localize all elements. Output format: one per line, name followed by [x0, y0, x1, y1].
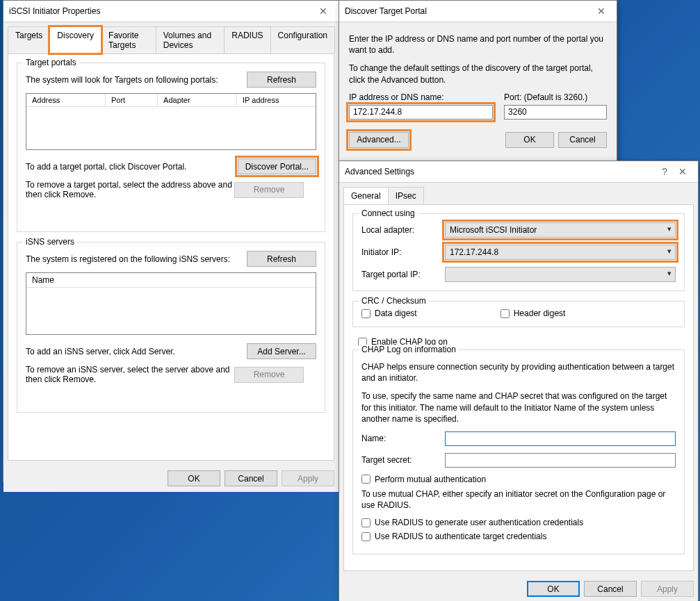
data-digest-checkbox[interactable]: Data digest [361, 308, 417, 318]
window-title: Discover Target Portal [345, 6, 592, 16]
cancel-button[interactable]: Cancel [225, 470, 277, 486]
intro-text-2: To change the default settings of the di… [349, 63, 607, 85]
remove-isns-text: To remove an iSNS server, select the ser… [26, 365, 234, 384]
intro-text-1: Enter the IP address or DNS name and por… [349, 33, 607, 56]
initiator-ip-select[interactable]: 172.17.244.8 [445, 245, 676, 260]
isns-servers-group: iSNS servers The system is registered on… [17, 242, 325, 413]
ok-button[interactable]: OK [505, 132, 554, 148]
remove-portal-text: To remove a target portal, select the ad… [26, 180, 234, 199]
add-server-button[interactable]: Add Server... [247, 343, 316, 359]
list-header: Address Port Adapter IP address [26, 94, 316, 107]
iscsi-properties-window: iSCSI Initiator Properties ✕ Targets Dis… [3, 0, 339, 482]
mutual-auth-checkbox[interactable]: Perform mutual authentication [361, 475, 676, 484]
crc-group: CRC / Checksum Data digest Header digest [352, 301, 685, 327]
port-input[interactable] [504, 105, 607, 120]
tab-radius[interactable]: RADIUS [224, 26, 270, 53]
connect-using-group: Connect using Local adapter: Microsoft i… [352, 213, 685, 291]
isns-list[interactable]: Name [26, 272, 316, 335]
initiator-ip-label: Initiator IP: [361, 247, 445, 257]
close-icon[interactable]: ✕ [592, 6, 611, 17]
advanced-settings-window: Advanced Settings ? ✕ General IPsec Conn… [339, 160, 699, 600]
target-portal-ip-select [445, 267, 676, 282]
target-secret-label: Target secret: [361, 455, 445, 465]
titlebar: iSCSI Initiator Properties ✕ [3, 1, 339, 22]
add-portal-text: To add a target portal, click Discover P… [26, 162, 238, 172]
header-digest-checkbox[interactable]: Header digest [500, 308, 566, 318]
cancel-button[interactable]: Cancel [584, 581, 637, 597]
dialog-buttons: OK Cancel Apply [3, 465, 339, 492]
ok-button[interactable]: OK [168, 470, 220, 486]
target-secret-input[interactable] [445, 453, 676, 468]
apply-button: Apply [282, 470, 334, 486]
advanced-button[interactable]: Advanced... [349, 132, 409, 148]
window-title: Advanced Settings [345, 167, 656, 176]
local-adapter-label: Local adapter: [361, 225, 445, 235]
window-title: iSCSI Initiator Properties [9, 6, 314, 16]
target-portals-group: Target portals The system will look for … [17, 63, 325, 232]
remove-isns-button: Remove [234, 367, 304, 383]
cancel-button[interactable]: Cancel [558, 132, 607, 148]
add-isns-text: To add an iSNS server, click Add Server. [26, 347, 247, 356]
tab-discovery[interactable]: Discovery [49, 26, 101, 53]
col-address: Address [26, 94, 106, 106]
ip-label: IP address or DNS name: [349, 92, 493, 102]
radius-auth-checkbox[interactable]: Use RADIUS to authenticate target creden… [361, 532, 676, 541]
isns-refresh-button[interactable]: Refresh [247, 251, 316, 267]
tab-configuration[interactable]: Configuration [270, 26, 335, 53]
lookfor-text: The system will look for Targets on foll… [26, 75, 247, 85]
local-adapter-select[interactable]: Microsoft iSCSI Initiator [445, 222, 676, 238]
chap-group: CHAP Log on information CHAP helps ensur… [352, 349, 685, 554]
discover-portal-window: Discover Target Portal ✕ Enter the IP ad… [339, 0, 617, 161]
col-adapter: Adapter [158, 94, 237, 106]
tab-targets[interactable]: Targets [8, 26, 50, 53]
port-label: Port: (Default is 3260.) [504, 92, 607, 102]
group-legend: Connect using [359, 208, 418, 218]
col-port: Port [106, 94, 158, 106]
apply-button: Apply [641, 581, 694, 597]
tab-ipsec[interactable]: IPsec [388, 187, 424, 204]
group-legend: CRC / Checksum [359, 296, 429, 306]
tab-favorite-targets[interactable]: Favorite Targets [101, 26, 156, 53]
refresh-button[interactable]: Refresh [247, 72, 316, 88]
col-name: Name [26, 273, 316, 287]
tab-bar: Targets Discovery Favorite Targets Volum… [3, 22, 339, 53]
discover-portal-button[interactable]: Discover Portal... [238, 158, 316, 174]
tab-general[interactable]: General [343, 187, 389, 204]
tab-bar: General IPsec [339, 183, 698, 204]
mutual-text: To use mutual CHAP, either specify an in… [361, 488, 676, 511]
titlebar: Advanced Settings ? ✕ [339, 161, 698, 183]
help-icon[interactable]: ? [656, 166, 673, 177]
ok-button[interactable]: OK [527, 581, 580, 597]
group-legend: CHAP Log on information [359, 345, 459, 354]
tab-volumes-devices[interactable]: Volumes and Devices [156, 26, 225, 53]
registered-text: The system is registered on the followin… [26, 254, 247, 264]
chap-name-input[interactable] [445, 431, 676, 446]
chap-text-1: CHAP helps ensure connection security by… [361, 361, 676, 384]
target-portal-ip-label: Target portal IP: [361, 270, 445, 279]
target-portals-list[interactable]: Address Port Adapter IP address [26, 93, 316, 150]
group-legend: iSNS servers [23, 237, 77, 247]
dialog-buttons: OK Cancel Apply [339, 575, 698, 601]
ip-address-input[interactable] [349, 105, 493, 120]
close-icon[interactable]: ✕ [673, 166, 692, 177]
group-legend: Target portals [23, 58, 79, 67]
titlebar: Discover Target Portal ✕ [339, 1, 617, 22]
chap-text-2: To use, specify the same name and CHAP s… [361, 390, 676, 425]
close-icon[interactable]: ✕ [314, 6, 333, 17]
radius-generate-checkbox[interactable]: Use RADIUS to generate user authenticati… [361, 518, 676, 527]
remove-portal-button: Remove [234, 182, 304, 198]
chap-name-label: Name: [361, 434, 445, 443]
col-ip: IP address [237, 94, 316, 106]
